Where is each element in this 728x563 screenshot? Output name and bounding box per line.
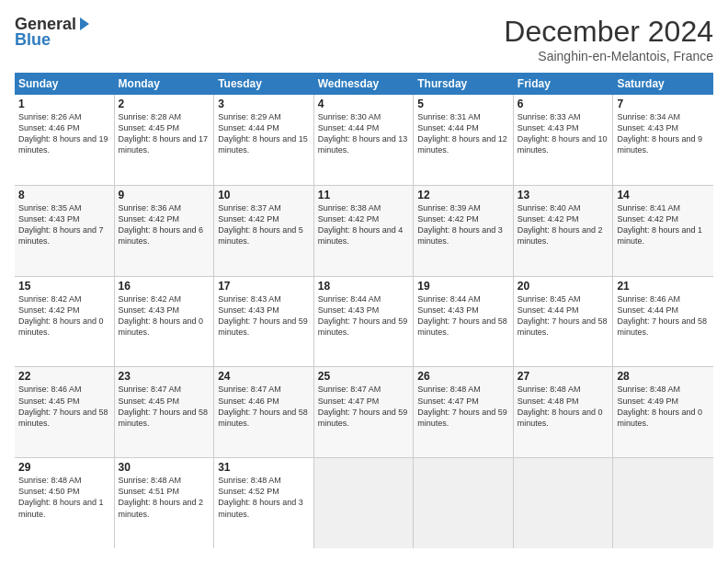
cell-details: Sunrise: 8:47 AM Sunset: 4:45 PM Dayligh… (119, 384, 210, 429)
day-number: 6 (518, 98, 609, 110)
day-number: 23 (119, 370, 210, 383)
cell-details: Sunrise: 8:48 AM Sunset: 4:51 PM Dayligh… (119, 475, 210, 520)
weekday-header: Friday (514, 73, 614, 95)
page: General Blue December 2024 Sainghin-en-M… (0, 0, 728, 563)
calendar-cell: 26Sunrise: 8:48 AM Sunset: 4:47 PM Dayli… (414, 367, 514, 457)
calendar-cell: 15Sunrise: 8:42 AM Sunset: 4:42 PM Dayli… (15, 277, 115, 367)
day-number: 24 (218, 370, 310, 383)
calendar-cell: 24Sunrise: 8:47 AM Sunset: 4:46 PM Dayli… (214, 367, 314, 457)
cell-details: Sunrise: 8:42 AM Sunset: 4:43 PM Dayligh… (119, 293, 210, 339)
cell-details: Sunrise: 8:28 AM Sunset: 4:45 PM Dayligh… (119, 111, 210, 156)
calendar-cell: 23Sunrise: 8:47 AM Sunset: 4:45 PM Dayli… (115, 367, 215, 457)
weekday-header: Tuesday (214, 73, 314, 95)
day-number: 27 (518, 370, 609, 383)
cell-details: Sunrise: 8:44 AM Sunset: 4:43 PM Dayligh… (318, 293, 410, 339)
day-number: 31 (218, 461, 310, 474)
cell-details: Sunrise: 8:33 AM Sunset: 4:43 PM Dayligh… (518, 111, 609, 156)
calendar-cell: 7Sunrise: 8:34 AM Sunset: 4:43 PM Daylig… (613, 95, 713, 185)
day-number: 7 (617, 98, 710, 110)
calendar-cell: 18Sunrise: 8:44 AM Sunset: 4:43 PM Dayli… (314, 277, 415, 367)
cell-details: Sunrise: 8:48 AM Sunset: 4:48 PM Dayligh… (518, 384, 609, 429)
calendar-cell: 28Sunrise: 8:48 AM Sunset: 4:49 PM Dayli… (613, 367, 713, 457)
cell-details: Sunrise: 8:43 AM Sunset: 4:43 PM Dayligh… (218, 293, 310, 339)
day-number: 26 (417, 370, 509, 383)
cell-details: Sunrise: 8:40 AM Sunset: 4:42 PM Dayligh… (518, 202, 609, 247)
weekday-header: Saturday (613, 73, 713, 95)
calendar-cell: 5Sunrise: 8:31 AM Sunset: 4:44 PM Daylig… (414, 95, 514, 185)
weekday-header: Wednesday (314, 73, 415, 95)
day-number: 2 (119, 98, 210, 110)
calendar-cell: 10Sunrise: 8:37 AM Sunset: 4:42 PM Dayli… (214, 186, 314, 276)
cell-details: Sunrise: 8:26 AM Sunset: 4:46 PM Dayligh… (18, 111, 110, 156)
subtitle: Sainghin-en-Melantois, France (504, 49, 713, 63)
cell-details: Sunrise: 8:34 AM Sunset: 4:43 PM Dayligh… (617, 111, 710, 156)
day-number: 12 (417, 189, 509, 201)
day-number: 13 (518, 189, 609, 201)
header: General Blue December 2024 Sainghin-en-M… (15, 15, 713, 63)
calendar-row: 8Sunrise: 8:35 AM Sunset: 4:43 PM Daylig… (15, 186, 713, 277)
cell-details: Sunrise: 8:30 AM Sunset: 4:44 PM Dayligh… (318, 111, 410, 156)
calendar-row: 22Sunrise: 8:46 AM Sunset: 4:45 PM Dayli… (15, 367, 713, 458)
cell-details: Sunrise: 8:41 AM Sunset: 4:42 PM Dayligh… (617, 202, 710, 247)
calendar-cell: 22Sunrise: 8:46 AM Sunset: 4:45 PM Dayli… (15, 367, 115, 457)
calendar-row: 15Sunrise: 8:42 AM Sunset: 4:42 PM Dayli… (15, 277, 713, 368)
cell-details: Sunrise: 8:48 AM Sunset: 4:47 PM Dayligh… (417, 384, 509, 429)
cell-details: Sunrise: 8:48 AM Sunset: 4:50 PM Dayligh… (18, 475, 110, 520)
calendar-cell: 1Sunrise: 8:26 AM Sunset: 4:46 PM Daylig… (15, 95, 115, 185)
cell-details: Sunrise: 8:38 AM Sunset: 4:42 PM Dayligh… (318, 202, 410, 247)
calendar-cell: 16Sunrise: 8:42 AM Sunset: 4:43 PM Dayli… (115, 277, 215, 367)
calendar-cell: 19Sunrise: 8:44 AM Sunset: 4:43 PM Dayli… (414, 277, 514, 367)
day-number: 14 (617, 189, 710, 201)
calendar-header-row: SundayMondayTuesdayWednesdayThursdayFrid… (15, 73, 713, 95)
cell-details: Sunrise: 8:37 AM Sunset: 4:42 PM Dayligh… (218, 202, 310, 247)
weekday-header: Thursday (414, 73, 514, 95)
cell-details: Sunrise: 8:39 AM Sunset: 4:42 PM Dayligh… (417, 202, 509, 247)
day-number: 11 (318, 189, 410, 201)
calendar-cell: 31Sunrise: 8:48 AM Sunset: 4:52 PM Dayli… (214, 458, 314, 548)
cell-details: Sunrise: 8:48 AM Sunset: 4:52 PM Dayligh… (218, 475, 310, 520)
calendar-row: 1Sunrise: 8:26 AM Sunset: 4:46 PM Daylig… (15, 95, 713, 186)
cell-details: Sunrise: 8:36 AM Sunset: 4:42 PM Dayligh… (119, 202, 210, 247)
calendar-cell: 29Sunrise: 8:48 AM Sunset: 4:50 PM Dayli… (15, 458, 115, 548)
cell-details: Sunrise: 8:31 AM Sunset: 4:44 PM Dayligh… (417, 111, 509, 156)
calendar-cell: 6Sunrise: 8:33 AM Sunset: 4:43 PM Daylig… (514, 95, 614, 185)
calendar-cell: 21Sunrise: 8:46 AM Sunset: 4:44 PM Dayli… (613, 277, 713, 367)
cell-details: Sunrise: 8:42 AM Sunset: 4:42 PM Dayligh… (18, 293, 110, 339)
calendar-cell: 12Sunrise: 8:39 AM Sunset: 4:42 PM Dayli… (414, 186, 514, 276)
calendar-cell: 13Sunrise: 8:40 AM Sunset: 4:42 PM Dayli… (514, 186, 614, 276)
calendar-cell: 11Sunrise: 8:38 AM Sunset: 4:42 PM Dayli… (314, 186, 415, 276)
calendar-cell (314, 458, 415, 548)
calendar-cell: 30Sunrise: 8:48 AM Sunset: 4:51 PM Dayli… (115, 458, 215, 548)
day-number: 4 (318, 98, 410, 110)
day-number: 16 (119, 280, 210, 293)
cell-details: Sunrise: 8:46 AM Sunset: 4:45 PM Dayligh… (18, 384, 110, 429)
calendar-cell: 25Sunrise: 8:47 AM Sunset: 4:47 PM Dayli… (314, 367, 415, 457)
day-number: 10 (218, 189, 310, 201)
day-number: 19 (417, 280, 509, 293)
calendar-cell: 8Sunrise: 8:35 AM Sunset: 4:43 PM Daylig… (15, 186, 115, 276)
calendar-cell: 14Sunrise: 8:41 AM Sunset: 4:42 PM Dayli… (613, 186, 713, 276)
calendar-cell (613, 458, 713, 548)
weekday-header: Sunday (15, 73, 115, 95)
cell-details: Sunrise: 8:44 AM Sunset: 4:43 PM Dayligh… (417, 293, 509, 339)
logo-arrow-icon (80, 17, 89, 30)
calendar-cell: 3Sunrise: 8:29 AM Sunset: 4:44 PM Daylig… (214, 95, 314, 185)
weekday-header: Monday (115, 73, 215, 95)
day-number: 3 (218, 98, 310, 110)
day-number: 5 (417, 98, 509, 110)
day-number: 8 (18, 189, 110, 201)
calendar-cell: 4Sunrise: 8:30 AM Sunset: 4:44 PM Daylig… (314, 95, 415, 185)
cell-details: Sunrise: 8:47 AM Sunset: 4:47 PM Dayligh… (318, 384, 410, 429)
cell-details: Sunrise: 8:29 AM Sunset: 4:44 PM Dayligh… (218, 111, 310, 156)
day-number: 30 (119, 461, 210, 474)
cell-details: Sunrise: 8:45 AM Sunset: 4:44 PM Dayligh… (518, 293, 609, 339)
header-right: December 2024 Sainghin-en-Melantois, Fra… (504, 15, 713, 63)
calendar-cell (414, 458, 514, 548)
day-number: 29 (18, 461, 110, 474)
cell-details: Sunrise: 8:47 AM Sunset: 4:46 PM Dayligh… (218, 384, 310, 429)
calendar-cell: 20Sunrise: 8:45 AM Sunset: 4:44 PM Dayli… (514, 277, 614, 367)
calendar: SundayMondayTuesdayWednesdayThursdayFrid… (15, 73, 713, 548)
calendar-body: 1Sunrise: 8:26 AM Sunset: 4:46 PM Daylig… (15, 95, 713, 548)
calendar-cell: 2Sunrise: 8:28 AM Sunset: 4:45 PM Daylig… (115, 95, 215, 185)
day-number: 15 (18, 280, 110, 293)
